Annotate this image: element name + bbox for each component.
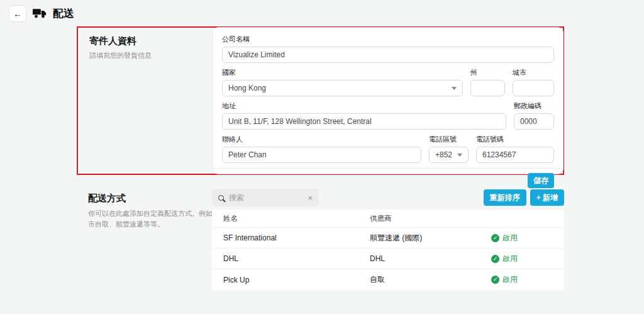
contact-person-input[interactable] [222, 147, 421, 163]
add-new-button[interactable]: + 新增 [530, 189, 564, 206]
sender-subheading: 請填寫您的發貨信息 [89, 50, 209, 61]
city-label: 城市 [513, 68, 554, 77]
phone-number-input[interactable] [476, 147, 554, 163]
area-code-label: 電話區號 [429, 135, 469, 144]
state-label: 州 [470, 68, 505, 77]
phone-number-label: 電話號碼 [476, 135, 554, 144]
shipping-methods-table: 姓名 供應商 SF International 順豐速遞 (國際) ✓ 啟用 D… [212, 210, 564, 290]
postal-code-label: 郵政編碼 [514, 101, 554, 111]
city-input[interactable] [513, 80, 554, 96]
table-row[interactable]: SF International 順豐速遞 (國際) ✓ 啟用 [212, 228, 564, 249]
page-title: 配送 [53, 6, 74, 21]
sender-heading: 寄件人資料 [89, 35, 209, 47]
save-button[interactable]: 儲存 [528, 173, 554, 188]
table-row[interactable]: DHL DHL ✓ 啟用 [212, 249, 564, 269]
company-name-label: 公司名稱 [222, 35, 554, 44]
back-arrow-icon: ← [13, 9, 22, 19]
shipping-section-heading: 配送方式 你可以在此處添加自定義配送方式。例如門市自取、順豐速遞等等。 [88, 193, 221, 230]
method-name: Pick Up [223, 276, 370, 284]
shipping-toolbar: × 重新排序 + 新增 [212, 189, 564, 206]
state-input[interactable] [470, 80, 505, 96]
check-circle-icon: ✓ [491, 255, 499, 263]
sender-form-card: 公司名稱 國家 Hong Kong 州 城市 [213, 28, 563, 174]
page-header: ← 配送 [9, 5, 74, 22]
sender-section-annotation: 寄件人資料 請填寫您的發貨信息 公司名稱 國家 Hong Kong [77, 26, 564, 175]
company-name-input[interactable] [222, 47, 554, 63]
back-button[interactable]: ← [9, 5, 26, 22]
address-label: 地址 [222, 101, 506, 111]
address-input[interactable] [222, 113, 506, 130]
method-name: SF International [223, 233, 370, 242]
status-badge: ✓ 啟用 [491, 233, 564, 244]
method-provider: 順豐速遞 (國際) [370, 233, 491, 244]
status-badge: ✓ 啟用 [491, 274, 564, 285]
contact-person-label: 聯絡人 [222, 135, 421, 144]
method-name: DHL [223, 254, 370, 263]
search-input[interactable] [229, 193, 303, 202]
method-provider: 自取 [370, 274, 491, 285]
status-label: 啟用 [502, 233, 518, 244]
chevron-down-icon [452, 87, 457, 90]
table-row[interactable]: Pick Up 自取 ✓ 啟用 [212, 269, 564, 290]
postal-code-input[interactable] [514, 113, 554, 130]
country-selected-value: Hong Kong [228, 84, 266, 93]
table-header-row: 姓名 供應商 [212, 210, 564, 228]
check-circle-icon: ✓ [491, 276, 499, 284]
chevron-down-icon [457, 154, 462, 157]
status-badge: ✓ 啟用 [491, 254, 564, 264]
status-label: 啟用 [502, 254, 518, 264]
column-header-provider: 供應商 [370, 214, 491, 223]
search-box[interactable]: × [212, 189, 319, 206]
shipping-heading: 配送方式 [88, 193, 221, 205]
clear-search-icon[interactable]: × [308, 193, 313, 203]
search-icon [218, 195, 224, 201]
shipping-subheading: 你可以在此處添加自定義配送方式。例如門市自取、順豐速遞等等。 [88, 208, 221, 230]
country-label: 國家 [222, 68, 463, 77]
status-label: 啟用 [502, 274, 518, 285]
check-circle-icon: ✓ [491, 234, 499, 242]
country-select[interactable]: Hong Kong [222, 80, 463, 96]
area-code-selected-value: +852 [435, 150, 452, 159]
truck-icon [33, 8, 47, 19]
column-header-name: 姓名 [223, 214, 370, 223]
area-code-select[interactable]: +852 [429, 147, 469, 163]
reorder-button[interactable]: 重新排序 [484, 189, 526, 206]
method-provider: DHL [370, 254, 491, 263]
sender-section-heading: 寄件人資料 請填寫您的發貨信息 [89, 35, 209, 61]
